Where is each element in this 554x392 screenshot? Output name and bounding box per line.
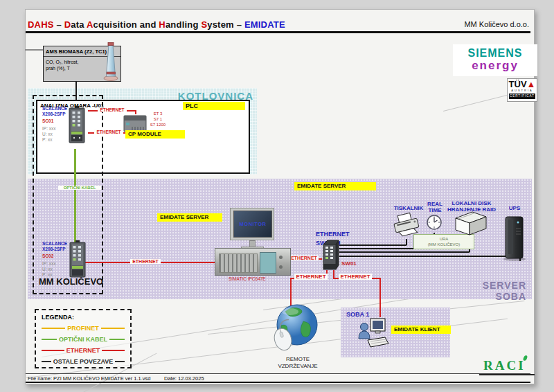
page-title: DAHS – Data Acquisition and Handling Sys… (28, 19, 285, 30)
ups-label: UPS (503, 205, 526, 211)
energy-wordmark: energy (453, 60, 537, 72)
ethernet-label-4: ETHERNET (289, 256, 319, 260)
company-name: MM Količevo d.o.o. (464, 20, 529, 28)
footer-filename: File name: PZI MM KOLIČEVO EMIDATE ver 1… (28, 375, 150, 382)
siemens-wordmark: SIEMENS (453, 47, 537, 60)
ams-edge-line (25, 49, 44, 51)
tuv-cert-text: CERTIFICAT (509, 93, 535, 99)
plc-label: PLC (183, 102, 245, 110)
emidate-klient-label: EMIDATE KLIENT (391, 326, 451, 334)
optic-cable-label: OPTIČNI KABEL (58, 186, 101, 190)
switch-device-icon (321, 239, 339, 271)
simatic-label: SIMATIC IPC647E (229, 276, 266, 281)
chimney-icon (100, 41, 122, 84)
remote-label: REMOTE VZDRŽEVANJE (262, 356, 334, 370)
legend-item-profinet: PROFINET (42, 323, 125, 334)
raci-logo: RACI (483, 358, 526, 373)
scalance2-id: SC02 (42, 253, 67, 259)
ethernet-label-2: ETHERNET (94, 130, 123, 134)
raid-disk-icon (452, 210, 489, 238)
emidate-server-label-2: EMIDATE SERVER (157, 213, 222, 222)
ups-icon (502, 215, 527, 262)
remote-globe-icon (271, 302, 324, 355)
footer-rule-bottom (26, 382, 530, 383)
wire-printer-h (339, 244, 406, 246)
legend-item-ethernet: ETHERNET (42, 345, 125, 356)
tuv-logo: TÜV▲ AUSTRIA CERTIFICAT (507, 78, 537, 102)
scalance1-name: SCALANCE (42, 106, 67, 112)
plc-model-text: ET 3 S7 1 S7 1200 (144, 111, 172, 127)
legend-item-opticni: OPTIČNI KABEL (42, 334, 125, 345)
scalance1-text: SCALANCE X208-2SFP SC01 IP: xxx U: xx P:… (42, 106, 67, 143)
tuv-wordmark: TÜV▲ (508, 80, 537, 89)
scalance1-id: SC01 (42, 118, 67, 124)
raci-underline (479, 374, 535, 375)
optic-wire (74, 149, 76, 242)
clock-icon (426, 214, 443, 231)
wire-ups-h (339, 256, 520, 257)
server-soba-label: SERVER SOBA (449, 280, 526, 302)
server-rack-icon (215, 248, 291, 276)
ethernet-label-5: ETHERNET (294, 274, 328, 280)
raci-wordmark: RACI (483, 358, 526, 373)
eth-drop-right-v2 (379, 278, 381, 317)
sw01-label: SW01 (341, 260, 357, 267)
wire-raid-h (339, 251, 470, 253)
ethernet-label-3: ETHERNET (130, 259, 161, 264)
scalance2-text: SCALANCE X208-2SFP SC02 IP: xxx U: xx P:… (42, 241, 67, 278)
page-canvas: DAHS – Data Acquisition and Handling Sys… (0, 0, 554, 392)
tuv-austria-text: AUSTRIA (508, 89, 537, 93)
legend-box: LEGENDA: PROFINET OPTIČNI KABEL ETHERNET… (35, 309, 132, 368)
ams-link-wire (75, 82, 77, 101)
ethernet-label-1: ETHERNET (98, 107, 127, 112)
cp-module-label: CP MODULE (125, 130, 185, 139)
scalance1-icon (66, 106, 88, 149)
legend-title: LEGENDA: (42, 314, 125, 321)
footer-date: Date: 12.03.2025 (164, 375, 204, 382)
siemens-energy-logo: SIEMENS energy (453, 44, 537, 76)
header-rule (26, 31, 530, 33)
footer-rule-top (26, 373, 530, 374)
ethernet-label-6: ETHERNET (339, 274, 372, 280)
scalance2-name: SCALANCE (42, 241, 67, 247)
emidate-server-label-1: EMIDATE SERVER (294, 182, 376, 190)
legend-item-ostale: OSTALE POVEZAVE (42, 356, 125, 367)
emidate-klient-icon (357, 315, 391, 350)
wire-printer-v (406, 239, 407, 245)
monitor-icon: MONITOR (230, 208, 274, 240)
scalance2-icon (66, 240, 89, 283)
monitor-label: MONITOR (240, 221, 267, 227)
